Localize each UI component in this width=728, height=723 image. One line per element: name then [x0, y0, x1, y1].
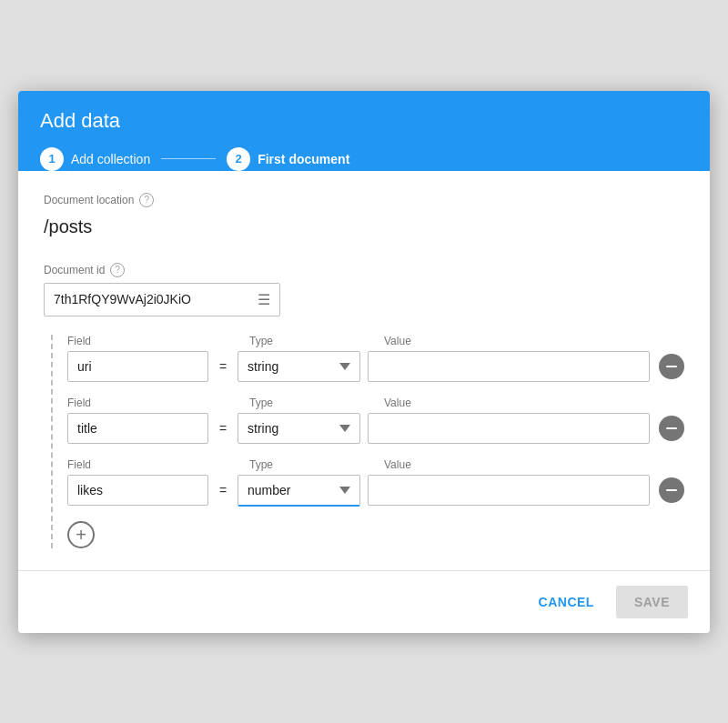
field-row-1-labels: Field Type Value: [67, 335, 684, 347]
save-button[interactable]: SAVE: [616, 586, 688, 618]
field-col-label-type-1: Type: [249, 335, 377, 347]
dialog-header: Add data 1 Add collection 2 First docume…: [18, 91, 710, 171]
cancel-button[interactable]: CANCEL: [524, 586, 609, 618]
dialog-footer: CANCEL SAVE: [18, 570, 710, 633]
field-col-label-field-1: Field: [67, 335, 213, 347]
field-row-1: Field Type Value = string number boolean…: [67, 335, 684, 382]
doc-id-help-icon[interactable]: ?: [110, 263, 125, 277]
field-row-2-labels: Field Type Value: [67, 397, 684, 409]
field-name-input-3[interactable]: [67, 475, 208, 506]
remove-field-button-3[interactable]: [659, 477, 684, 503]
add-field-icon: +: [76, 526, 86, 544]
step-1-circle: 1: [40, 147, 64, 171]
fields-container: Field Type Value = string number boolean…: [51, 335, 684, 548]
field-row-3-labels: Field Type Value: [67, 458, 684, 471]
field-eq-2: =: [208, 421, 238, 436]
step-2-label: First document: [258, 152, 349, 166]
field-col-label-type-3: Type: [249, 458, 377, 471]
remove-field-button-2[interactable]: [659, 416, 684, 441]
field-col-label-eq-2: [213, 397, 242, 409]
dialog-title: Add data: [40, 109, 688, 133]
field-type-select-1[interactable]: string number boolean map array null tim…: [238, 351, 360, 382]
doc-id-list-icon: ☰: [258, 291, 270, 308]
remove-field-button-1[interactable]: [659, 354, 684, 379]
field-col-label-eq-3: [213, 458, 242, 471]
doc-location-help-icon[interactable]: ?: [139, 193, 154, 207]
step-1: 1 Add collection: [40, 147, 150, 171]
field-eq-3: =: [208, 483, 238, 497]
field-row-2: Field Type Value = string number boolean…: [67, 397, 684, 444]
doc-id-label: Document id ?: [44, 263, 684, 277]
doc-location-value: /posts: [44, 213, 684, 241]
step-1-label: Add collection: [71, 152, 150, 166]
doc-location-label: Document location ?: [44, 193, 684, 207]
doc-id-input[interactable]: 7th1RfQY9WvAj2i0JKiO ☰: [44, 283, 280, 316]
field-col-label-eq-1: [213, 335, 242, 347]
field-name-input-1[interactable]: [67, 351, 208, 382]
stepper: 1 Add collection 2 First document: [40, 147, 688, 171]
field-col-label-type-2: Type: [249, 397, 377, 409]
field-col-label-value-1: Value: [384, 335, 684, 347]
field-col-label-value-2: Value: [384, 397, 684, 409]
doc-id-row: 7th1RfQY9WvAj2i0JKiO ☰: [44, 283, 684, 316]
field-row-2-inputs: = string number boolean map array null t…: [67, 413, 684, 444]
add-data-dialog: Add data 1 Add collection 2 First docume…: [18, 91, 710, 633]
field-col-label-value-3: Value: [384, 458, 684, 471]
field-value-input-2[interactable]: [368, 413, 650, 444]
field-col-label-field-3: Field: [67, 458, 213, 471]
field-value-input-1[interactable]: [368, 351, 650, 382]
dialog-body: Document location ? /posts Document id ?…: [18, 171, 710, 570]
step-divider: [161, 158, 216, 159]
step-2: 2 First document: [227, 147, 349, 171]
add-field-button[interactable]: +: [67, 521, 95, 548]
field-row-3-inputs: = string number boolean map array null t…: [67, 475, 684, 507]
field-type-select-2[interactable]: string number boolean map array null tim…: [238, 413, 360, 444]
field-eq-1: =: [208, 359, 238, 374]
step-2-circle: 2: [227, 147, 250, 171]
field-type-select-3[interactable]: string number boolean map array null tim…: [238, 475, 360, 507]
field-col-label-field-2: Field: [67, 397, 213, 409]
doc-id-text: 7th1RfQY9WvAj2i0JKiO: [54, 292, 191, 306]
field-value-input-3[interactable]: [368, 475, 650, 506]
field-row-1-inputs: = string number boolean map array null t…: [67, 351, 684, 382]
field-row-3: Field Type Value = string number boolean…: [67, 458, 684, 507]
field-name-input-2[interactable]: [67, 413, 208, 444]
